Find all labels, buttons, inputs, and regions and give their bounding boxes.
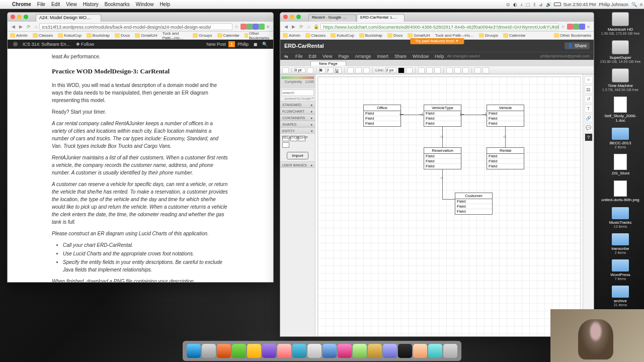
navigator-icon[interactable]: ✧ [585, 76, 593, 84]
arrow-end-icon[interactable] [434, 67, 441, 73]
bookmark[interactable]: Admin [8, 33, 30, 38]
connector-icon[interactable] [454, 67, 461, 73]
line-type-icon[interactable] [426, 67, 433, 73]
text-icon[interactable]: T [585, 105, 593, 113]
pencil-icon[interactable] [282, 67, 289, 73]
bookmark[interactable]: Tuck and Patti—Ho… [160, 31, 191, 40]
align-left-icon[interactable] [347, 67, 354, 73]
line-style-icon[interactable] [406, 67, 413, 73]
menu-window[interactable]: Window [410, 54, 432, 59]
arrow-start-icon[interactable] [418, 67, 425, 73]
desktop-drive[interactable]: Time Machine1.5 TB, 448.56 GB free [600, 68, 641, 92]
clock[interactable]: Sun 2:50:43 PM [562, 2, 598, 7]
lock-icon[interactable] [474, 67, 481, 73]
dock-app[interactable] [247, 344, 261, 358]
extension-icon[interactable] [247, 24, 253, 30]
tool-icon[interactable] [482, 67, 489, 73]
reload-button[interactable]: ⟳ [297, 24, 305, 29]
italic-icon[interactable]: I [327, 67, 334, 73]
address-bar[interactable]: ics314f13.wordpress.com/modules/back-end… [39, 23, 232, 30]
menu-insert[interactable]: Insert [374, 54, 391, 59]
dock-app[interactable] [323, 344, 337, 358]
address-bar[interactable]: https://www.lucidchart.com/documents/edi… [320, 23, 558, 30]
connector-icon[interactable] [462, 67, 469, 73]
menu-window[interactable]: Window [133, 2, 157, 7]
comment-icon[interactable]: 💬 [585, 124, 593, 132]
dock-app[interactable] [338, 344, 352, 358]
bookmark[interactable]: GmailUH [405, 33, 432, 38]
menu-file[interactable]: File [34, 2, 48, 7]
dock-app[interactable] [383, 344, 397, 358]
close-window[interactable] [11, 15, 15, 19]
bookmark[interactable]: Groups [476, 33, 501, 38]
category-entity-relationship[interactable]: ENTITY RELATIONSHIP [280, 127, 315, 134]
app-switch-icon[interactable]: ⇆ [284, 54, 292, 59]
history-icon[interactable]: ↺ [585, 95, 593, 103]
dock-app[interactable] [307, 344, 321, 358]
desktop-folder[interactable]: MusicTracks13 items [600, 207, 641, 228]
help-icon[interactable]: ? [585, 133, 593, 141]
wp-new-post[interactable]: New Post [204, 42, 228, 47]
dock-app[interactable] [217, 344, 231, 358]
dock-trash[interactable] [443, 344, 457, 358]
menu-view[interactable]: View [319, 54, 335, 59]
dock-app[interactable] [262, 344, 276, 358]
bookmark[interactable]: Bootstrap [84, 33, 112, 38]
wp-user[interactable]: Philip [235, 42, 251, 47]
font-size-input[interactable] [294, 67, 305, 73]
entity-customer[interactable]: Customer FieldFieldField [455, 193, 493, 215]
category-containers[interactable]: CONTAINERS [280, 114, 315, 121]
dock-app[interactable] [353, 344, 367, 358]
connector-icon[interactable] [446, 67, 453, 73]
notification-icon[interactable]: ≡ [638, 2, 644, 7]
line-color-icon[interactable] [398, 67, 405, 73]
minimize-window[interactable] [290, 15, 294, 19]
desktop-folder[interactable]: archive31 items [600, 286, 641, 307]
bookmark[interactable]: Classes [303, 33, 328, 38]
clipboard-icon[interactable]: ▤ [585, 85, 593, 94]
dock-app[interactable] [187, 344, 201, 358]
wp-search-icon[interactable]: 🔍 [260, 42, 270, 47]
bookmark-star-icon[interactable]: ☆ [559, 24, 567, 29]
er-shape[interactable] [282, 142, 289, 148]
category-flowchart[interactable]: FLOWCHART [280, 108, 315, 114]
entity-office[interactable]: Office FieldFieldField [363, 105, 401, 127]
home-button[interactable]: ⌂ [305, 24, 312, 29]
extension-icon[interactable] [579, 24, 585, 30]
menu-file[interactable]: File [292, 54, 306, 59]
align-center-icon[interactable] [355, 67, 362, 73]
canvas[interactable]: Office FieldFieldField VehicleType Field… [317, 76, 581, 337]
bookmark[interactable]: Docs [385, 33, 405, 38]
wp-logo-icon[interactable]: ⓦ [11, 41, 20, 48]
bookmark[interactable]: GmailUH [132, 33, 159, 38]
dock-app[interactable] [413, 344, 427, 358]
app-menu[interactable]: Chrome [9, 2, 34, 7]
font-color-icon[interactable] [307, 67, 313, 73]
status-icon[interactable]: ◐ [512, 2, 519, 7]
bold-icon[interactable]: B [319, 67, 326, 73]
bookmark[interactable]: Calendar [215, 33, 242, 38]
entity-rental[interactable]: Rental FieldFieldField [487, 147, 524, 169]
dock-app[interactable] [368, 344, 382, 358]
desktop-file[interactable]: .DS_Store [600, 154, 641, 175]
back-button[interactable]: ◀ [10, 24, 17, 29]
entity-reservation[interactable]: Reservation FieldFieldField [424, 147, 461, 169]
wp-notif[interactable]: 1 [228, 41, 235, 47]
other-bookmarks[interactable]: Other Bookmarks [551, 33, 594, 38]
extension-icon[interactable] [253, 24, 259, 30]
forward-button[interactable]: ▶ [17, 24, 25, 29]
dock-app[interactable] [202, 344, 216, 358]
extension-icon[interactable] [573, 24, 579, 30]
dock-app[interactable] [292, 344, 306, 358]
import-button[interactable]: Import [287, 152, 308, 159]
bookmark-star-icon[interactable]: ☆ [232, 24, 240, 29]
bookmark[interactable]: Tuck and Patti—Ho… [433, 33, 476, 38]
close-window[interactable] [283, 15, 288, 19]
bookmark[interactable]: KukuiCup [55, 33, 84, 38]
wp-site[interactable]: ICS 314: Software En… [20, 42, 73, 47]
desktop-folder[interactable]: WordPress7 items [600, 259, 641, 281]
user-menu[interactable]: Philip Johnson [597, 2, 630, 7]
browser-tab-active[interactable]: ERD-CarRental: Lucidchart [357, 14, 405, 22]
other-bookmarks[interactable]: Other Bookmarks [242, 31, 273, 40]
relationship-line[interactable] [442, 199, 455, 200]
